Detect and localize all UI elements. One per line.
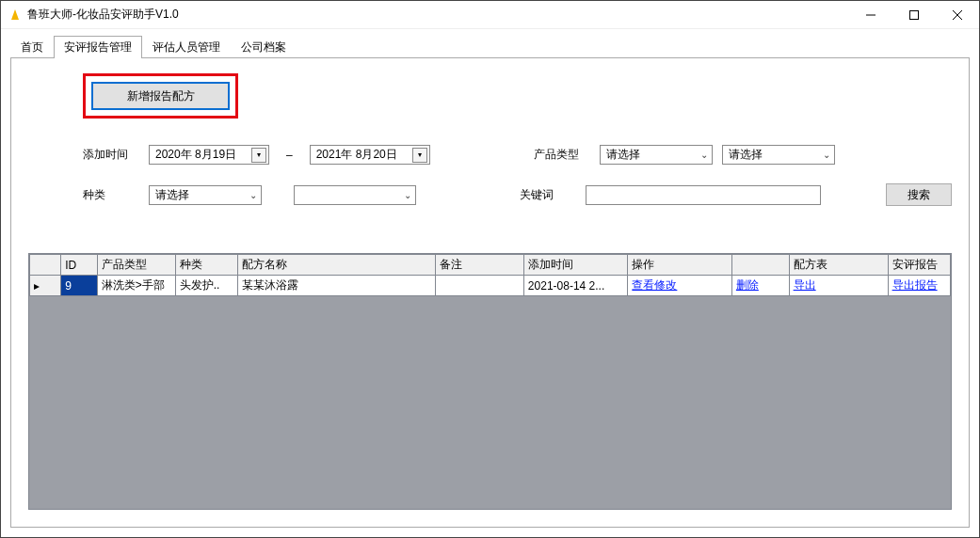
chevron-down-icon: ⌄ [700, 150, 710, 160]
highlight-box: 新增报告配方 [83, 73, 238, 119]
tab-home[interactable]: 首页 [10, 36, 54, 58]
product-subtype-value: 请选择 [729, 147, 763, 163]
col-id[interactable]: ID [61, 255, 98, 276]
titlebar: 鲁班大师-化妆品安评助手V1.0 [1, 1, 979, 29]
cell-remark [435, 276, 523, 296]
filter-row-2: 种类 请选择 ⌄ ⌄ 关键词 搜索 [83, 183, 952, 206]
cell-product-type: 淋洗类>手部 [97, 276, 175, 296]
tab-evaluator-manage[interactable]: 评估人员管理 [142, 36, 231, 58]
date-to-picker[interactable]: 2021年 8月20日 ▾ [310, 145, 430, 165]
col-delete[interactable] [731, 255, 789, 276]
col-add-time[interactable]: 添加时间 [523, 255, 628, 276]
col-report[interactable]: 安评报告 [888, 255, 950, 276]
col-kind[interactable]: 种类 [175, 255, 237, 276]
chevron-down-icon: ⌄ [249, 190, 259, 200]
cell-id: 9 [61, 276, 98, 296]
label-product-type: 产品类型 [534, 147, 590, 163]
col-rowheader [30, 255, 61, 276]
table-row[interactable]: ▸ 9 淋洗类>手部 头发护.. 某某沐浴露 2021-08-14 2... 查… [30, 276, 951, 296]
product-type-value: 请选择 [606, 147, 640, 163]
link-export-report[interactable]: 导出报告 [888, 276, 950, 296]
tab-report-manage[interactable]: 安评报告管理 [54, 36, 142, 58]
cell-add-time: 2021-08-14 2... [523, 276, 628, 296]
tab-strip: 首页 安评报告管理 评估人员管理 公司档案 [10, 37, 970, 57]
date-from-picker[interactable]: 2020年 8月19日 ▾ [149, 145, 269, 165]
date-to-value: 2021年 8月20日 [316, 147, 397, 163]
cell-recipe-name: 某某沐浴露 [237, 276, 435, 296]
keyword-input[interactable] [586, 185, 821, 205]
product-subtype-select[interactable]: 请选择 ⌄ [722, 145, 835, 165]
new-report-button[interactable]: 新增报告配方 [91, 82, 230, 110]
search-button[interactable]: 搜索 [886, 183, 952, 206]
date-separator: – [279, 149, 300, 162]
chevron-down-icon: ⌄ [404, 190, 413, 200]
col-recipe-table[interactable]: 配方表 [789, 255, 888, 276]
tab-content: 新增报告配方 添加时间 2020年 8月19日 ▾ – 2021年 8月20日 … [10, 57, 970, 528]
app-icon [8, 8, 22, 22]
close-button[interactable] [936, 1, 979, 29]
col-recipe-name[interactable]: 配方名称 [237, 255, 435, 276]
col-product-type[interactable]: 产品类型 [97, 255, 175, 276]
grid: ID 产品类型 种类 配方名称 备注 添加时间 操作 配方表 安评报告 ▸ 9 [28, 253, 952, 510]
link-export-recipe[interactable]: 导出 [789, 276, 888, 296]
label-keyword: 关键词 [520, 187, 576, 203]
cell-kind: 头发护.. [175, 276, 237, 296]
col-remark[interactable]: 备注 [435, 255, 523, 276]
filters: 添加时间 2020年 8月19日 ▾ – 2021年 8月20日 ▾ 产品类型 … [83, 145, 952, 206]
product-type-select[interactable]: 请选择 ⌄ [600, 145, 713, 165]
chevron-down-icon: ⌄ [823, 150, 832, 160]
link-delete[interactable]: 删除 [731, 276, 789, 296]
date-from-value: 2020年 8月19日 [155, 147, 236, 163]
svg-rect-1 [910, 10, 919, 19]
client-area: 首页 安评报告管理 评估人员管理 公司档案 新增报告配方 添加时间 2020年 … [1, 29, 979, 537]
link-view-edit[interactable]: 查看修改 [628, 276, 732, 296]
calendar-icon[interactable]: ▾ [412, 148, 427, 163]
kind-select[interactable]: 请选择 ⌄ [149, 185, 262, 205]
grid-header-row: ID 产品类型 种类 配方名称 备注 添加时间 操作 配方表 安评报告 [30, 255, 951, 276]
col-operate[interactable]: 操作 [628, 255, 732, 276]
window-title: 鲁班大师-化妆品安评助手V1.0 [27, 7, 179, 23]
minimize-button[interactable] [849, 1, 892, 29]
filter-row-1: 添加时间 2020年 8月19日 ▾ – 2021年 8月20日 ▾ 产品类型 … [83, 145, 952, 165]
kind-sub-select[interactable]: ⌄ [294, 185, 416, 205]
app-window: 鲁班大师-化妆品安评助手V1.0 首页 安评报告管理 评估人员管理 公司档案 新… [0, 0, 980, 538]
kind-value: 请选择 [155, 187, 189, 203]
row-indicator: ▸ [30, 276, 61, 296]
calendar-icon[interactable]: ▾ [251, 148, 266, 163]
tab-company-archive[interactable]: 公司档案 [231, 36, 297, 58]
label-add-time: 添加时间 [83, 147, 139, 163]
maximize-button[interactable] [892, 1, 936, 29]
label-kind: 种类 [83, 187, 139, 203]
